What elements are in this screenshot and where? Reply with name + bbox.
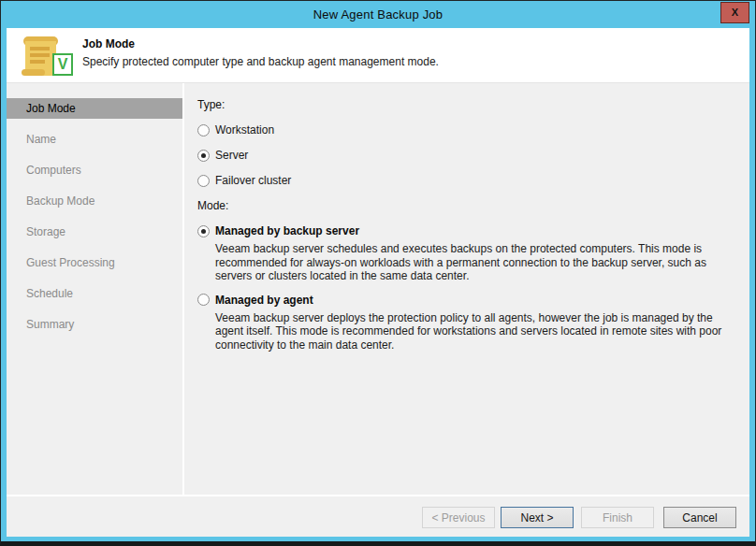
managed-by-backup-server-description: Veeam backup server schedules and execut… <box>215 242 736 283</box>
previous-button: < Previous <box>422 507 495 528</box>
wizard-window: New Agent Backup Job X V Job M <box>0 0 756 546</box>
titlebar: New Agent Backup Job X <box>7 1 749 28</box>
wizard-steps-nav: Job Mode Name Computers Backup Mode Stor… <box>7 83 184 495</box>
step-item-job-mode[interactable]: Job Mode <box>7 98 182 119</box>
step-item-computers[interactable]: Computers <box>7 160 182 180</box>
step-content: Type: Workstation Server Failover cluste… <box>184 83 749 495</box>
step-item-name[interactable]: Name <box>7 129 182 150</box>
mode-option-managed-by-agent: Managed by agent Veeam backup server dep… <box>197 293 736 352</box>
mode-section-label: Mode: <box>197 199 736 212</box>
radio-option-managed-by-backup-server[interactable]: Managed by backup server <box>197 223 736 238</box>
radio-icon-failover-cluster[interactable] <box>197 175 210 187</box>
step-description: Specify protected computer type and back… <box>82 55 439 68</box>
radio-option-server[interactable]: Server <box>197 148 736 163</box>
header-texts: Job Mode Specify protected computer type… <box>82 35 439 82</box>
radio-option-managed-by-agent[interactable]: Managed by agent <box>197 293 736 308</box>
step-item-summary[interactable]: Summary <box>7 314 182 335</box>
finish-button: Finish <box>581 507 654 528</box>
dialog-inner: V Job Mode Specify protected computer ty… <box>7 28 749 537</box>
step-title: Job Mode <box>82 37 439 50</box>
close-icon: X <box>732 7 738 18</box>
wizard-header: V Job Mode Specify protected computer ty… <box>7 28 749 83</box>
radio-label-failover-cluster: Failover cluster <box>215 174 291 187</box>
step-item-schedule[interactable]: Schedule <box>7 283 182 304</box>
cancel-button[interactable]: Cancel <box>663 507 736 528</box>
badge-letter: V <box>58 56 68 73</box>
radio-icon-server-selected[interactable] <box>197 150 210 162</box>
radio-label-managed-by-backup-server: Managed by backup server <box>215 224 359 237</box>
type-section-label: Type: <box>197 98 736 111</box>
radio-label-workstation: Workstation <box>215 123 274 136</box>
radio-option-workstation[interactable]: Workstation <box>197 122 736 137</box>
veeam-v-badge-icon: V <box>52 53 73 76</box>
step-item-backup-mode[interactable]: Backup Mode <box>7 191 182 211</box>
policy-scroll-icon: V <box>19 35 75 81</box>
next-button[interactable]: Next > <box>501 507 574 528</box>
wizard-body: Job Mode Name Computers Backup Mode Stor… <box>7 83 749 495</box>
radio-option-failover-cluster[interactable]: Failover cluster <box>197 173 736 188</box>
radio-icon-managed-by-backup-server-selected[interactable] <box>197 225 210 237</box>
radio-icon-workstation[interactable] <box>197 124 210 136</box>
mode-option-managed-by-backup-server: Managed by backup server Veeam backup se… <box>197 223 736 283</box>
step-item-guest-processing[interactable]: Guest Processing <box>7 252 182 273</box>
managed-by-agent-description: Veeam backup server deploys the protecti… <box>215 311 736 352</box>
close-button[interactable]: X <box>720 2 749 23</box>
step-item-storage[interactable]: Storage <box>7 222 182 242</box>
radio-icon-managed-by-agent[interactable] <box>197 294 210 306</box>
window-title: New Agent Backup Job <box>313 7 443 22</box>
radio-label-server: Server <box>215 149 248 162</box>
radio-label-managed-by-agent: Managed by agent <box>215 294 313 307</box>
wizard-footer: < Previous Next > Finish Cancel <box>7 496 749 537</box>
